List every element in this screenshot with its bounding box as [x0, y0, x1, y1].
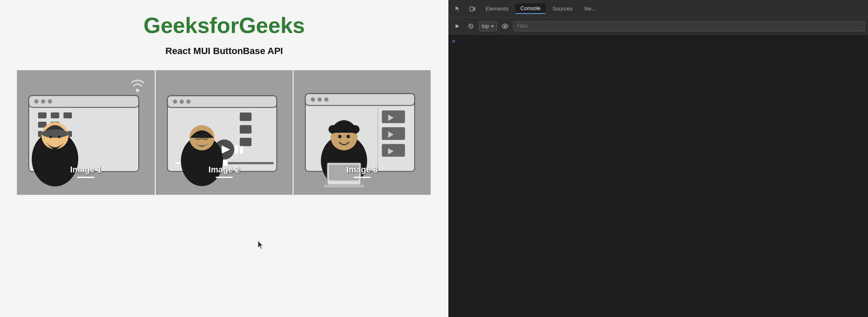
inspect-element-icon[interactable]	[452, 3, 464, 15]
svg-point-61	[338, 135, 341, 138]
svg-point-47	[318, 98, 322, 102]
svg-rect-28	[235, 145, 238, 154]
live-expressions-icon[interactable]	[500, 21, 511, 32]
svg-point-62	[346, 135, 350, 138]
svg-point-60	[351, 125, 360, 134]
image-underline-1	[77, 177, 94, 178]
svg-marker-68	[456, 24, 459, 28]
run-script-icon[interactable]	[452, 21, 463, 32]
context-dropdown[interactable]: top	[479, 21, 497, 31]
clear-console-icon[interactable]	[465, 21, 476, 32]
svg-point-59	[340, 120, 348, 128]
tab-console[interactable]: Console	[515, 3, 546, 14]
image-underline-2	[216, 177, 233, 178]
console-filter-input[interactable]	[513, 21, 865, 31]
svg-rect-9	[63, 112, 72, 118]
site-title: GeeksforGeeks	[143, 13, 305, 38]
svg-point-17	[41, 129, 69, 138]
image-card-1[interactable]: Image 1	[17, 70, 155, 195]
svg-point-3	[34, 99, 38, 104]
svg-rect-52	[382, 127, 405, 140]
console-prompt: >	[452, 38, 455, 44]
image-label-3: Image 3	[346, 165, 378, 175]
svg-rect-65	[324, 185, 364, 187]
svg-line-70	[470, 25, 472, 27]
image-underline-3	[354, 177, 371, 178]
tab-sources[interactable]: Sources	[547, 4, 578, 14]
main-panel: GeeksforGeeks React MUI ButtonBase API	[0, 0, 448, 317]
image-label-2: Image 2	[209, 165, 240, 175]
svg-rect-29	[240, 145, 243, 154]
image-label-1: Image 1	[70, 165, 102, 175]
svg-rect-33	[240, 112, 252, 121]
svg-point-23	[173, 99, 177, 104]
svg-point-6	[136, 89, 139, 92]
image-card-2[interactable]: Image 2	[155, 70, 293, 195]
svg-point-58	[328, 125, 337, 134]
svg-rect-35	[240, 138, 252, 146]
device-toolbar-icon[interactable]	[466, 3, 479, 15]
svg-point-25	[187, 99, 191, 104]
tab-elements[interactable]: Elements	[481, 4, 514, 14]
svg-rect-45	[305, 94, 415, 106]
svg-rect-34	[240, 125, 252, 134]
svg-rect-66	[470, 7, 473, 11]
svg-point-5	[48, 99, 52, 104]
svg-rect-7	[38, 112, 47, 118]
tab-network[interactable]: Ne...	[580, 4, 601, 14]
svg-rect-50	[382, 110, 405, 123]
images-row: Image 1	[17, 70, 431, 195]
svg-rect-54	[382, 144, 405, 157]
svg-point-39	[204, 136, 206, 138]
svg-rect-67	[474, 8, 475, 10]
svg-point-24	[180, 99, 184, 104]
svg-marker-71	[491, 25, 494, 27]
devtools-content: >	[448, 35, 868, 317]
svg-point-48	[324, 98, 329, 102]
devtools-panel: Elements Console Sources Ne... top	[448, 0, 868, 317]
svg-point-19	[58, 136, 60, 138]
svg-point-72	[504, 25, 506, 27]
svg-rect-8	[51, 112, 59, 118]
svg-point-18	[49, 136, 52, 138]
page-subtitle: React MUI ButtonBase API	[165, 46, 283, 57]
svg-point-4	[41, 99, 45, 104]
devtools-secondary-toolbar: top	[448, 18, 868, 35]
cursor	[258, 241, 263, 249]
image-card-3[interactable]: Image 3	[293, 70, 431, 195]
context-label: top	[482, 23, 489, 29]
svg-point-46	[311, 98, 315, 102]
svg-point-38	[197, 136, 200, 138]
devtools-tab-bar: Elements Console Sources Ne...	[448, 0, 868, 18]
